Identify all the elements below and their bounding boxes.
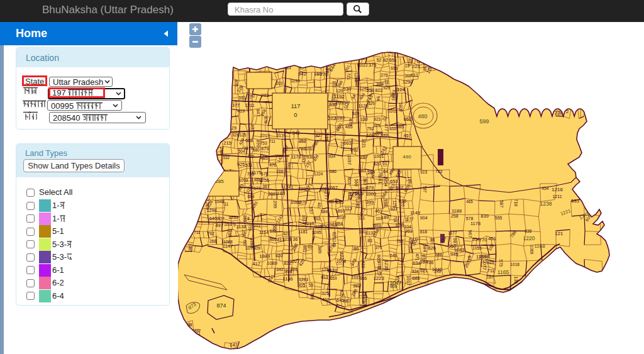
svg-text:885: 885 [336,199,343,205]
svg-text:617: 617 [277,133,284,138]
svg-text:389: 389 [317,246,323,253]
svg-text:104: 104 [404,224,411,229]
svg-text:901: 901 [314,216,321,220]
svg-text:370: 370 [375,245,382,250]
svg-text:1011: 1011 [388,109,397,113]
svg-text:377: 377 [232,102,240,108]
svg-text:923: 923 [374,117,380,121]
svg-text:799: 799 [248,224,252,231]
svg-text:465: 465 [466,199,473,204]
svg-text:65: 65 [308,245,313,249]
svg-text:412: 412 [322,297,330,302]
svg-text:587: 587 [423,186,427,193]
svg-text:94: 94 [376,96,380,101]
svg-text:532: 532 [223,155,230,160]
svg-text:554: 554 [472,237,480,241]
svg-text:1220: 1220 [523,235,535,241]
svg-text:342: 342 [292,130,300,136]
svg-text:268: 268 [209,239,216,243]
svg-text:1054: 1054 [383,176,389,186]
svg-text:1293: 1293 [299,277,308,282]
svg-text:1170: 1170 [327,268,338,274]
svg-text:36: 36 [293,237,298,241]
svg-text:215: 215 [223,140,231,146]
svg-text:805: 805 [234,80,238,87]
svg-text:953: 953 [405,229,412,233]
svg-text:1040: 1040 [432,267,443,272]
svg-text:454: 454 [541,186,549,191]
svg-text:1089: 1089 [267,260,277,266]
svg-text:1003: 1003 [365,191,376,197]
svg-text:1114: 1114 [259,230,269,235]
svg-text:384: 384 [376,81,384,87]
svg-text:965: 965 [310,292,314,300]
svg-text:0: 0 [294,111,297,118]
svg-text:1097: 1097 [347,155,352,165]
svg-text:856: 856 [360,276,367,280]
svg-text:640: 640 [209,216,216,221]
svg-text:1178: 1178 [244,146,253,150]
svg-text:121: 121 [555,231,563,236]
svg-text:865: 865 [270,237,277,241]
svg-text:1069: 1069 [530,245,534,255]
svg-text:619: 619 [306,221,314,226]
svg-text:1019: 1019 [260,133,270,138]
svg-text:1199: 1199 [291,79,300,83]
svg-text:611: 611 [411,72,418,78]
svg-text:1022: 1022 [358,63,368,67]
svg-text:942: 942 [298,71,306,77]
svg-text:983: 983 [261,92,269,98]
svg-text:718: 718 [514,199,518,207]
svg-text:64: 64 [383,169,388,174]
svg-text:214: 214 [187,176,196,182]
svg-text:152: 152 [332,80,336,87]
svg-text:322: 322 [339,252,345,260]
svg-text:805: 805 [416,55,421,64]
svg-text:792: 792 [208,231,214,236]
svg-text:950: 950 [321,223,329,229]
svg-text:465: 465 [345,124,353,129]
svg-text:599: 599 [479,118,489,124]
svg-text:189: 189 [381,214,389,220]
svg-text:299: 299 [272,201,278,209]
svg-text:925: 925 [487,260,494,265]
svg-text:587: 587 [499,200,504,207]
svg-text:688: 688 [435,253,443,257]
svg-text:23: 23 [405,64,410,68]
svg-text:711: 711 [269,139,275,143]
svg-text:1076: 1076 [297,200,307,204]
svg-text:334: 334 [250,124,255,132]
svg-text:393: 393 [301,155,306,163]
svg-text:864: 864 [335,221,343,227]
svg-text:602: 602 [287,163,291,170]
svg-text:1298: 1298 [207,207,217,213]
svg-text:285: 285 [215,179,224,184]
svg-text:381: 381 [353,284,360,288]
svg-text:1228: 1228 [282,237,292,241]
svg-text:534: 534 [343,86,352,92]
svg-text:822: 822 [375,87,383,93]
svg-text:9: 9 [233,222,236,228]
svg-text:575: 575 [261,171,269,177]
svg-text:377: 377 [384,124,389,131]
svg-text:1290: 1290 [402,79,413,85]
svg-text:1223: 1223 [373,275,384,281]
svg-text:1231: 1231 [228,214,238,220]
svg-text:686: 686 [412,275,419,281]
svg-text:1096: 1096 [396,223,405,227]
svg-text:1238: 1238 [540,201,552,207]
svg-text:867: 867 [343,298,351,304]
svg-text:167: 167 [487,275,494,279]
svg-text:1039: 1039 [259,253,270,259]
svg-text:86: 86 [353,246,359,252]
svg-text:1146: 1146 [283,276,293,282]
svg-text:1017: 1017 [406,276,411,286]
svg-text:1289: 1289 [335,115,345,121]
svg-text:1055: 1055 [472,246,482,250]
svg-text:1083: 1083 [454,247,465,253]
svg-text:820: 820 [374,162,381,166]
svg-text:575: 575 [499,260,503,267]
svg-text:1188: 1188 [452,208,462,214]
svg-text:352: 352 [299,139,306,143]
svg-text:565: 565 [367,169,375,175]
